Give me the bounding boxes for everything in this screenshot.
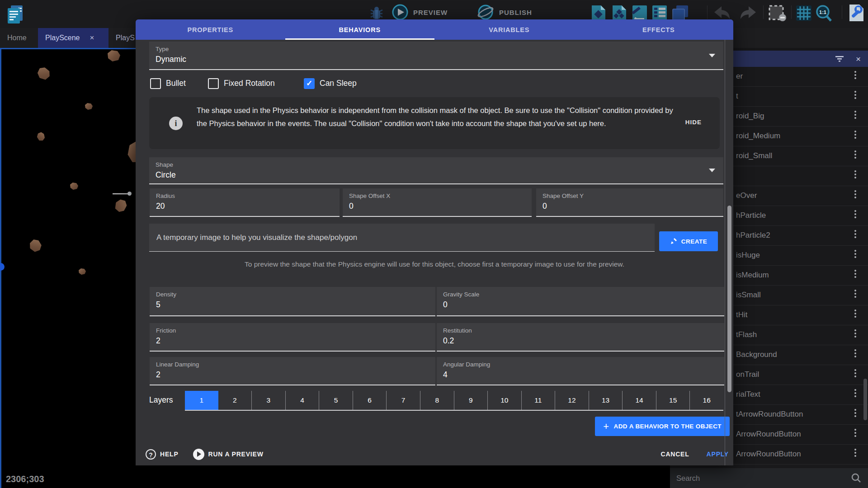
kebab-menu-icon[interactable]	[854, 250, 856, 258]
asteroid-sprite[interactable]	[70, 183, 78, 190]
radius-field[interactable]: Radius 20	[150, 188, 340, 217]
asteroid-sprite[interactable]	[35, 66, 52, 82]
layer-cell-12[interactable]: 12	[555, 391, 589, 410]
close-panel-icon[interactable]: ×	[856, 55, 861, 63]
object-name: tArrowRoundButton	[736, 410, 803, 419]
dialog-scrollbar-track[interactable]	[725, 40, 725, 465]
layer-cell-9[interactable]: 9	[454, 391, 488, 410]
shape-offset-y-field[interactable]: Shape Offset Y 0	[536, 188, 723, 217]
angular-damping-field[interactable]: Angular Damping 4	[437, 357, 724, 385]
grid-icon[interactable]	[795, 5, 813, 22]
kebab-menu-icon[interactable]	[854, 429, 856, 437]
layer-cell-13[interactable]: 13	[589, 391, 623, 410]
joint-anchor-dot[interactable]	[127, 192, 132, 196]
kebab-menu-icon[interactable]	[854, 349, 856, 357]
kebab-menu-icon[interactable]	[854, 230, 856, 238]
kebab-menu-icon[interactable]	[854, 409, 856, 417]
layer-cell-10[interactable]: 10	[488, 391, 522, 410]
type-label: Type	[156, 46, 717, 52]
run-preview-button[interactable]: RUN A PREVIEW	[193, 449, 264, 460]
gravity-scale-value: 0	[443, 300, 718, 310]
search-input[interactable]: Search	[676, 474, 700, 483]
kebab-menu-icon[interactable]	[854, 449, 856, 457]
create-button[interactable]: CREATE	[659, 231, 718, 251]
layer-cell-4[interactable]: 4	[286, 391, 320, 410]
temp-image-input[interactable]	[149, 224, 655, 252]
redo-icon[interactable]	[738, 5, 758, 22]
deselect-icon[interactable]	[768, 5, 788, 22]
layer-cell-16[interactable]: 16	[690, 391, 723, 410]
zoom-original-icon[interactable]: 1:1	[815, 5, 834, 23]
info-text: The shape used in the Physics behavior i…	[197, 104, 680, 130]
panel-scrollbar-thumb[interactable]	[863, 379, 867, 420]
layer-cell-8[interactable]: 8	[420, 391, 454, 410]
toolbar-separator	[842, 5, 842, 19]
tab-home[interactable]: Home	[0, 28, 34, 48]
asteroid-sprite[interactable]	[113, 198, 128, 214]
density-field[interactable]: Density 5	[150, 287, 435, 316]
layer-cell-15[interactable]: 15	[656, 391, 690, 410]
kebab-menu-icon[interactable]	[854, 310, 856, 318]
preview-button[interactable]: PREVIEW	[392, 4, 448, 21]
kebab-menu-icon[interactable]	[854, 190, 856, 198]
tab-effects[interactable]: EFFECTS	[584, 19, 734, 40]
tab-behaviors[interactable]: BEHAVIORS	[285, 19, 435, 40]
type-select[interactable]: Type Dynamic	[149, 42, 723, 70]
object-search-bar[interactable]: Search	[670, 468, 868, 488]
layer-cell-3[interactable]: 3	[252, 391, 286, 410]
hide-button[interactable]: HIDE	[685, 119, 702, 126]
kebab-menu-icon[interactable]	[854, 290, 856, 298]
kebab-menu-icon[interactable]	[854, 71, 856, 79]
kebab-menu-icon[interactable]	[854, 329, 856, 338]
apply-button[interactable]: APPLY	[707, 450, 729, 458]
restitution-field[interactable]: Restitution 0.2	[437, 323, 724, 352]
linear-damping-field[interactable]: Linear Damping 2	[150, 357, 435, 385]
layer-cell-6[interactable]: 6	[353, 391, 387, 410]
add-behavior-button[interactable]: + ADD A BEHAVIOR TO THE OBJECT	[595, 417, 730, 436]
asteroid-sprite[interactable]	[79, 268, 86, 275]
layer-cell-2[interactable]: 2	[218, 391, 252, 410]
help-button[interactable]: ? HELP	[146, 449, 179, 460]
type-value: Dynamic	[156, 55, 717, 64]
project-manager-icon[interactable]	[5, 4, 24, 24]
bullet-checkbox[interactable]	[150, 78, 161, 89]
kebab-menu-icon[interactable]	[854, 369, 856, 377]
asteroid-sprite[interactable]	[36, 131, 46, 142]
kebab-menu-icon[interactable]	[854, 389, 856, 397]
linear-damping-value: 2	[156, 370, 429, 380]
asteroid-sprite[interactable]	[85, 103, 93, 110]
shape-select[interactable]: Shape Circle	[149, 157, 723, 184]
cancel-button[interactable]: CANCEL	[660, 450, 689, 458]
kebab-menu-icon[interactable]	[854, 111, 856, 119]
friction-field[interactable]: Friction 2	[150, 323, 435, 352]
tab-properties[interactable]: PROPERTIES	[136, 19, 285, 40]
close-tab-icon[interactable]: ×	[90, 33, 94, 42]
fixed-rotation-checkbox[interactable]	[208, 78, 219, 89]
canvas-edge-handle[interactable]	[0, 263, 5, 271]
kebab-menu-icon[interactable]	[854, 170, 856, 178]
layer-cell-7[interactable]: 7	[387, 391, 420, 410]
can-sleep-checkbox[interactable]: ✓	[304, 78, 315, 89]
layer-cell-1[interactable]: 1	[185, 391, 218, 410]
kebab-menu-icon[interactable]	[854, 150, 856, 159]
kebab-menu-icon[interactable]	[854, 91, 856, 99]
asteroid-sprite[interactable]	[27, 237, 44, 254]
asteroid-sprite[interactable]	[108, 50, 120, 61]
scene-settings-icon[interactable]	[847, 4, 865, 23]
gravity-scale-field[interactable]: Gravity Scale 0	[437, 287, 724, 316]
question-icon: ?	[146, 449, 156, 460]
filter-icon[interactable]	[835, 56, 844, 62]
kebab-menu-icon[interactable]	[854, 210, 856, 218]
layer-cell-5[interactable]: 5	[319, 391, 353, 410]
help-label: HELP	[160, 450, 179, 458]
tab-variables[interactable]: VARIABLES	[434, 19, 584, 40]
tab-playscene-label: PlayScene	[45, 34, 80, 42]
kebab-menu-icon[interactable]	[854, 131, 856, 139]
shape-offset-x-field[interactable]: Shape Offset X 0	[343, 188, 532, 217]
dialog-scrollbar-thumb[interactable]	[727, 206, 731, 392]
tab-playscene[interactable]: PlayScene ×	[38, 28, 108, 48]
layer-cell-11[interactable]: 11	[522, 391, 556, 410]
kebab-menu-icon[interactable]	[854, 270, 856, 278]
layer-cell-14[interactable]: 14	[623, 391, 656, 410]
publish-button[interactable]: PUBLISH	[476, 4, 532, 21]
